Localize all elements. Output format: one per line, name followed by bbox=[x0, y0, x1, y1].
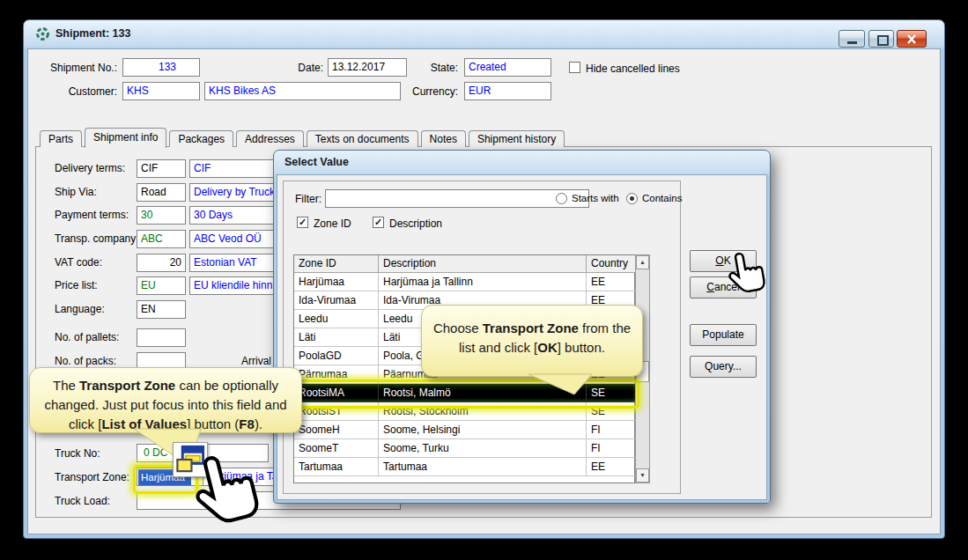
ship-via-label: Ship Via: bbox=[55, 186, 97, 198]
zone-id-cell: Leedu bbox=[294, 310, 379, 328]
payment-terms-label: Payment terms: bbox=[55, 209, 129, 221]
currency-field[interactable]: EUR bbox=[464, 82, 551, 100]
maximize-icon bbox=[877, 35, 889, 46]
column-header-country[interactable]: Country bbox=[587, 255, 636, 273]
description-cell: Soome, Turku bbox=[379, 439, 587, 458]
tab-shipment-history[interactable]: Shipment history bbox=[469, 130, 565, 147]
payment-terms-code-field[interactable]: 30 bbox=[137, 206, 186, 225]
zone-id-cell: SoomeT bbox=[294, 439, 379, 458]
choose-zone-callout: Choose Transport Zone from the list and … bbox=[421, 305, 643, 377]
zone-id-checkbox[interactable]: ✓ bbox=[297, 217, 308, 228]
zone-id-checkbox-label: Zone ID bbox=[314, 217, 351, 230]
description-checkbox[interactable]: ✓ bbox=[373, 217, 384, 228]
contains-label: Contains bbox=[642, 193, 682, 203]
truck-no-label: Truck No: bbox=[55, 447, 100, 460]
scroll-down-icon[interactable]: ▼ bbox=[636, 468, 649, 483]
vat-code-code-field[interactable]: 20 bbox=[137, 254, 186, 272]
query-button[interactable]: Query... bbox=[690, 356, 757, 378]
country-cell: EE bbox=[587, 273, 636, 291]
country-cell: FI bbox=[587, 439, 636, 458]
state-label: State: bbox=[414, 62, 458, 74]
description-checkbox-label: Description bbox=[389, 217, 442, 230]
ship-via-code-field[interactable]: Road bbox=[137, 183, 186, 202]
no-of-pallets-label: No. of pallets: bbox=[55, 331, 119, 343]
language-code-field[interactable]: EN bbox=[137, 300, 186, 319]
customer-name-field[interactable]: KHS Bikes AS bbox=[204, 82, 401, 100]
tab-notes[interactable]: Notes bbox=[421, 130, 466, 147]
zone-id-cell: SoomeH bbox=[294, 421, 379, 439]
tab-addresses[interactable]: Addresses bbox=[236, 130, 304, 147]
customer-label: Customer: bbox=[20, 85, 117, 98]
shipment-no-label: Shipment No.: bbox=[20, 62, 117, 74]
price-list-label: Price list: bbox=[55, 279, 98, 291]
starts-with-label: Starts with bbox=[572, 193, 619, 203]
customer-code-field[interactable]: KHS bbox=[122, 82, 200, 100]
screenshot-canvas: Shipment: 133 Shipment No.: 133 Date: 13… bbox=[0, 0, 968, 560]
populate-button[interactable]: Populate bbox=[690, 324, 757, 346]
filter-input[interactable] bbox=[325, 189, 589, 208]
state-field[interactable]: Created bbox=[464, 58, 551, 77]
column-header-zone-id[interactable]: Zone ID bbox=[294, 255, 379, 273]
pointing-hand-cursor bbox=[720, 247, 773, 299]
shipment-no-field[interactable]: 133 bbox=[122, 58, 200, 77]
price-list-code-field[interactable]: EU bbox=[137, 276, 186, 295]
tab-parts[interactable]: Parts bbox=[40, 130, 82, 147]
filter-label: Filter: bbox=[295, 193, 321, 205]
callout-text: Choose Transport Zone from the list and … bbox=[433, 321, 631, 355]
close-icon bbox=[906, 34, 917, 44]
tab-packages[interactable]: Packages bbox=[169, 130, 233, 147]
arrival-label: Arrival bbox=[233, 355, 271, 367]
country-cell: EE bbox=[587, 458, 636, 476]
minimize-button[interactable] bbox=[839, 30, 865, 48]
window-title: Shipment: 133 bbox=[55, 27, 130, 40]
transport-zone-label: Transport Zone: bbox=[55, 471, 129, 483]
radio-dot-icon bbox=[630, 196, 634, 201]
vat-code-label: VAT code: bbox=[55, 256, 102, 269]
zone-id-cell: Harjümaa bbox=[294, 273, 379, 291]
table-row[interactable]: HarjümaaHarjümaa ja TallinnEE bbox=[294, 273, 634, 291]
close-button[interactable] bbox=[897, 30, 927, 48]
tab-bar: PartsShipment infoPackagesAddressesTexts… bbox=[40, 127, 567, 147]
tab-texts-on-documents[interactable]: Texts on documents bbox=[307, 130, 418, 147]
maximize-button[interactable] bbox=[868, 30, 894, 48]
zone-id-cell: Tartumaa bbox=[294, 458, 379, 476]
column-header-description[interactable]: Description bbox=[379, 255, 587, 273]
zone-id-cell: Läti bbox=[294, 328, 379, 347]
transp-company-label: Transp. company: bbox=[55, 232, 139, 245]
table-row[interactable]: SoomeTSoome, TurkuFI bbox=[294, 439, 634, 458]
scroll-up-icon[interactable]: ▲ bbox=[636, 255, 649, 269]
no-of-pallets-code-field[interactable] bbox=[137, 328, 186, 347]
table-row[interactable]: TartumaaTartumaaEE bbox=[294, 458, 634, 476]
app-icon bbox=[35, 26, 50, 41]
country-cell: FI bbox=[587, 421, 636, 439]
description-cell: Harjümaa ja Tallinn bbox=[379, 273, 587, 291]
delivery-terms-label: Delivery terms: bbox=[55, 162, 125, 174]
transport-zone-callout: The Transport Zone can be optionally cha… bbox=[29, 367, 302, 433]
tab-shipment-info[interactable]: Shipment info bbox=[85, 128, 166, 148]
hide-cancelled-checkbox[interactable] bbox=[569, 62, 580, 73]
table-row[interactable]: SoomeHSoome, HelsingiFI bbox=[294, 421, 634, 439]
transp-company-code-field[interactable]: ABC bbox=[137, 230, 186, 248]
description-cell: Soome, Helsingi bbox=[379, 421, 587, 439]
minimize-icon bbox=[847, 41, 857, 44]
language-label: Language: bbox=[55, 303, 105, 315]
callout-tail bbox=[521, 373, 601, 396]
callout-text: The Transport Zone can be optionally cha… bbox=[44, 378, 286, 431]
delivery-terms-code-field[interactable]: CIF bbox=[137, 159, 186, 178]
truck-load-label: Truck Load: bbox=[55, 495, 110, 507]
starts-with-radio[interactable] bbox=[556, 193, 567, 204]
contains-radio[interactable] bbox=[626, 193, 638, 204]
date-label: Date: bbox=[279, 62, 323, 74]
zone-id-cell: Ida-Virumaa bbox=[294, 291, 379, 310]
zone-id-cell: PoolaGD bbox=[294, 347, 379, 365]
currency-label: Currency: bbox=[405, 85, 458, 98]
no-of-packs-label: No. of packs: bbox=[55, 355, 116, 367]
dialog-title: Select Value bbox=[284, 156, 349, 168]
hide-cancelled-label: Hide cancelled lines bbox=[586, 63, 680, 75]
date-field[interactable]: 13.12.2017 bbox=[328, 58, 407, 77]
description-cell: Tartumaa bbox=[379, 458, 587, 476]
